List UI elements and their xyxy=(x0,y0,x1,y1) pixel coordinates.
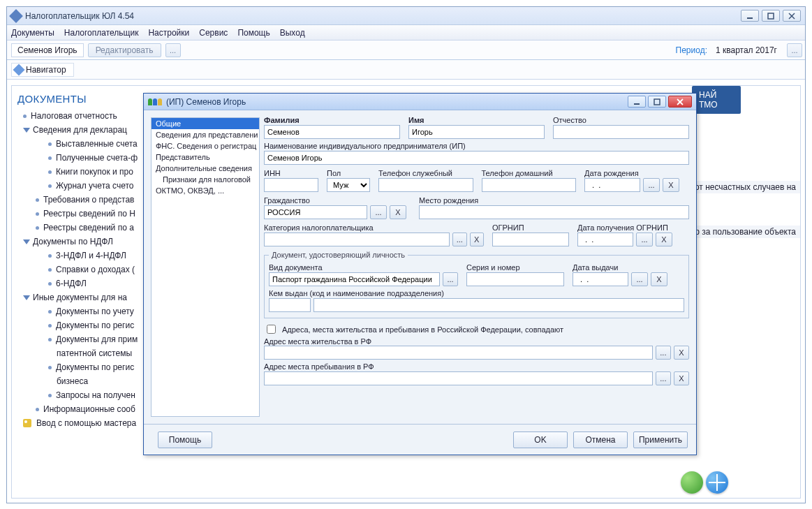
dialog-tab-fns[interactable]: ФНС. Сведения о регистрац xyxy=(152,140,259,152)
label-addr-live: Адрес места жительства в РФ xyxy=(264,337,371,346)
citizenship-pick-button[interactable]: ... xyxy=(370,205,387,219)
label-surname: Фамилия xyxy=(264,116,400,124)
surname-field[interactable] xyxy=(264,125,400,139)
dialog-tab-flags[interactable]: Признаки для налоговой xyxy=(152,174,259,185)
phone-work-field[interactable] xyxy=(378,178,473,192)
dialog-tab-extra[interactable]: Дополнительные сведения xyxy=(152,163,259,174)
label-category: Категория налогоплательщика xyxy=(264,223,484,232)
label-addresses-same: Адреса, места жительства и пребывания в … xyxy=(282,325,563,334)
edit-button[interactable]: Редактировать xyxy=(88,43,161,57)
main-max-button[interactable] xyxy=(762,10,780,22)
label-doc-issuer: Кем выдан (код и наименование подразделе… xyxy=(269,289,684,297)
menu-service[interactable]: Сервис xyxy=(199,28,228,38)
addr-live-clear-button[interactable]: X xyxy=(674,346,689,360)
identity-doc-legend: Документ, удостоверяющий личность xyxy=(269,251,408,259)
taxpayer-dialog: (ИП) Семенов Игорь Общие Сведения для пр… xyxy=(143,93,697,455)
dialog-tab-repr[interactable]: Представитель xyxy=(152,152,259,163)
addr-stay-pick-button[interactable]: ... xyxy=(656,371,671,385)
label-citizenship: Гражданство xyxy=(264,196,411,205)
phone-home-field[interactable] xyxy=(482,178,577,192)
birthplace-field[interactable] xyxy=(419,205,689,219)
dialog-titlebar: (ИП) Семенов Игорь xyxy=(144,94,696,110)
menu-help[interactable]: Помощь xyxy=(237,28,270,38)
menu-taxpayer[interactable]: Налогоплательщик xyxy=(64,28,139,38)
label-name: Имя xyxy=(408,116,545,124)
addr-stay-field[interactable] xyxy=(264,371,653,385)
dialog-title: (ИП) Семенов Игорь xyxy=(166,97,628,107)
current-taxpayer: Семенов Игорь xyxy=(11,43,84,57)
help-button[interactable]: Помощь xyxy=(158,431,212,448)
category-clear-button[interactable]: X xyxy=(470,233,484,246)
dob-pick-button[interactable]: ... xyxy=(643,178,660,192)
dialog-close-button[interactable] xyxy=(668,96,692,108)
main-menubar: Документы Налогоплательщик Настройки Сер… xyxy=(7,25,805,40)
dialog-tab-oktmo[interactable]: ОКТМО, ОКВЭД, ... xyxy=(152,185,259,196)
cancel-button[interactable]: Отмена xyxy=(573,431,628,448)
menu-documents[interactable]: Документы xyxy=(11,28,54,38)
inn-field[interactable] xyxy=(264,178,318,192)
dob-clear-button[interactable]: X xyxy=(663,178,679,192)
ip-name-field[interactable] xyxy=(264,151,689,165)
patronymic-field[interactable] xyxy=(553,125,689,139)
label-ip-name: Наименование индивидуального предпринима… xyxy=(264,142,689,150)
ok-button[interactable]: OK xyxy=(513,431,568,448)
label-gender: Пол xyxy=(327,169,370,177)
label-birthplace: Место рождения xyxy=(419,196,689,205)
doc-issuer-code-field[interactable] xyxy=(269,298,311,312)
citizenship-field[interactable] xyxy=(264,205,367,219)
label-patronymic: Отчество xyxy=(553,116,689,124)
category-pick-button[interactable]: ... xyxy=(452,233,466,246)
navigator-icon xyxy=(13,64,25,75)
app-title: Налогоплательщик ЮЛ 4.54 xyxy=(25,11,741,21)
apply-button[interactable]: Применить xyxy=(633,431,688,448)
android-icon xyxy=(681,471,703,494)
dialog-tab-list: Общие Сведения для представлени ФНС. Све… xyxy=(151,117,260,417)
label-ogrnip-date: Дата получения ОГРНИП xyxy=(577,223,689,232)
navigator-bar: Навигатор xyxy=(7,60,805,80)
ogrnip-field[interactable] xyxy=(492,233,569,246)
addr-live-field[interactable] xyxy=(264,346,653,360)
dialog-min-button[interactable] xyxy=(628,96,646,108)
main-min-button[interactable] xyxy=(741,10,759,22)
toolbar: Семенов Игорь Редактировать ... Период: … xyxy=(7,40,805,60)
doc-type-field[interactable] xyxy=(269,272,440,286)
doc-date-pick-button[interactable]: ... xyxy=(631,272,648,286)
dob-field[interactable] xyxy=(584,178,640,192)
dialog-tab-general[interactable]: Общие xyxy=(152,118,259,129)
addresses-same-checkbox[interactable] xyxy=(267,325,276,334)
dialog-max-button[interactable] xyxy=(648,96,666,108)
period-label: Период: xyxy=(676,45,707,55)
name-field[interactable] xyxy=(408,125,545,139)
period-more-button[interactable]: ... xyxy=(787,43,802,57)
gender-select[interactable]: Муж xyxy=(327,178,370,192)
svg-rect-5 xyxy=(654,99,660,105)
label-addr-stay: Адрес места пребывания в РФ xyxy=(264,362,689,371)
ogrnip-date-clear-button[interactable]: X xyxy=(656,233,672,246)
os-badges xyxy=(681,471,728,494)
citizenship-clear-button[interactable]: X xyxy=(390,205,406,219)
addr-stay-clear-button[interactable]: X xyxy=(674,371,689,385)
ogrnip-date-field[interactable] xyxy=(577,233,633,246)
label-doc-type: Вид документа xyxy=(269,263,458,272)
doc-date-field[interactable] xyxy=(573,272,628,286)
menu-settings[interactable]: Настройки xyxy=(148,28,189,38)
dialog-footer: Помощь OK Отмена Применить xyxy=(144,424,696,455)
navigator-label: Навигатор xyxy=(26,65,66,75)
ogrnip-date-pick-button[interactable]: ... xyxy=(636,233,653,246)
doc-type-pick-button[interactable]: ... xyxy=(443,272,458,286)
doc-date-clear-button[interactable]: X xyxy=(651,272,667,286)
label-inn: ИНН xyxy=(264,169,318,177)
svg-rect-1 xyxy=(768,13,774,19)
main-close-button[interactable] xyxy=(783,10,801,22)
doc-sn-field[interactable] xyxy=(466,272,564,286)
main-titlebar: Налогоплательщик ЮЛ 4.54 xyxy=(7,7,805,25)
dialog-tab-submit[interactable]: Сведения для представлени xyxy=(152,129,259,140)
menu-exit[interactable]: Выход xyxy=(280,28,305,38)
navigator-button[interactable]: Навигатор xyxy=(11,63,74,77)
category-field[interactable] xyxy=(264,233,450,246)
more-button[interactable]: ... xyxy=(165,43,181,57)
windows-icon xyxy=(706,471,728,494)
side-tile: НАЙТМО xyxy=(692,86,741,114)
doc-issuer-text-field[interactable] xyxy=(313,298,684,312)
addr-live-pick-button[interactable]: ... xyxy=(656,346,671,360)
